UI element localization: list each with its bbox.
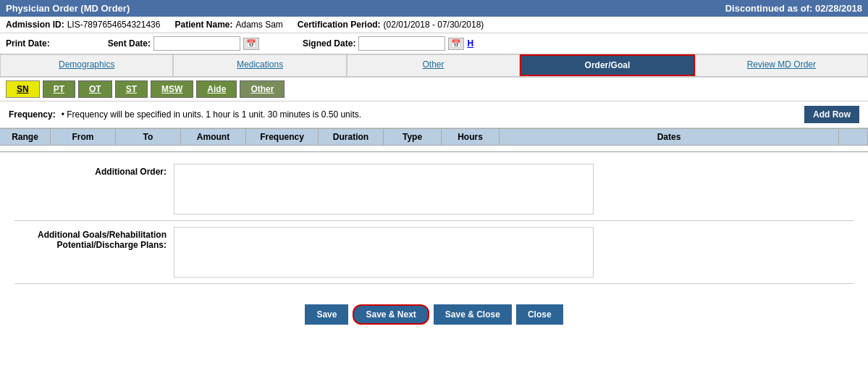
discontinued-status: Discontinued as of: 02/28/2018 — [725, 3, 862, 14]
additional-order-label: Additional Order: — [14, 164, 174, 177]
additional-order-row: Additional Order: — [14, 164, 854, 221]
info-row-1: Admission ID: LIS-7897654654321436 Patie… — [0, 17, 868, 33]
col-actions — [839, 129, 868, 145]
tab-medications[interactable]: Medications — [173, 54, 346, 76]
signed-date-field[interactable]: Signed Date: 📅 H — [303, 36, 473, 51]
separator — [0, 151, 868, 152]
sub-tab-sn[interactable]: SN — [6, 80, 40, 98]
cert-value: (02/01/2018 - 07/30/2018) — [384, 20, 484, 30]
sub-tab-msw[interactable]: MSW — [151, 80, 193, 98]
add-row-button[interactable]: Add Row — [804, 106, 859, 123]
col-hours: Hours — [442, 129, 500, 145]
print-date-label: Print Date: — [6, 38, 50, 49]
col-amount: Amount — [181, 129, 246, 145]
patient-value: Adams Sam — [236, 20, 283, 30]
admission-value: LIS-7897654654321436 — [67, 20, 161, 30]
sub-tab-ot[interactable]: OT — [78, 80, 112, 98]
frequency-note: Frequency will be specified in units. 1 … — [62, 109, 361, 120]
additional-goals-row: Additional Goals/Rehabilitation Potentia… — [14, 227, 854, 284]
h-link[interactable]: H — [467, 38, 473, 49]
footer-buttons: Save Save & Next Save & Close Close — [0, 296, 868, 333]
page-header: Physician Order (MD Order) Discontinued … — [0, 0, 868, 17]
sub-tabs-row: SN PT OT ST MSW Aide Other — [0, 78, 868, 101]
signed-date-input[interactable] — [358, 36, 445, 51]
tab-other[interactable]: Other — [347, 54, 520, 76]
col-frequency: Frequency — [246, 129, 319, 145]
tab-review-md-order[interactable]: Review MD Order — [695, 54, 868, 76]
admission-field: Admission ID: LIS-7897654654321436 — [6, 20, 160, 30]
save-next-button[interactable]: Save & Next — [353, 304, 429, 325]
sent-date-calendar-icon[interactable]: 📅 — [243, 38, 259, 50]
sub-tab-st[interactable]: ST — [115, 80, 148, 98]
additional-order-textarea[interactable] — [174, 164, 594, 215]
signed-date-label: Signed Date: — [303, 38, 355, 49]
col-duration: Duration — [319, 129, 384, 145]
table-header: Range From To Amount Frequency Duration … — [0, 128, 868, 146]
tab-order-goal[interactable]: Order/Goal — [520, 54, 694, 76]
frequency-row: Frequency: Frequency will be specified i… — [0, 101, 868, 128]
info-row-2: Print Date: Sent Date: 📅 Signed Date: 📅 … — [0, 33, 868, 54]
save-button[interactable]: Save — [305, 304, 348, 325]
signed-date-calendar-icon[interactable]: 📅 — [448, 38, 464, 50]
patient-label: Patient Name: — [174, 20, 232, 30]
print-date-field: Print Date: — [6, 38, 50, 49]
sub-tab-pt[interactable]: PT — [43, 80, 75, 98]
cert-label: Certification Period: — [298, 20, 381, 30]
col-type: Type — [384, 129, 442, 145]
sent-date-field[interactable]: Sent Date: 📅 — [108, 36, 259, 51]
frequency-label: Frequency: — [9, 109, 56, 120]
tabs-row: Demographics Medications Other Order/Goa… — [0, 54, 868, 78]
additional-goals-label: Additional Goals/Rehabilitation Potentia… — [14, 227, 174, 250]
tab-demographics[interactable]: Demographics — [0, 54, 173, 76]
col-to: To — [116, 129, 181, 145]
sub-tab-aide[interactable]: Aide — [196, 80, 237, 98]
sent-date-input[interactable] — [153, 36, 240, 51]
form-section: Additional Order: Additional Goals/Rehab… — [0, 158, 868, 296]
sent-date-label: Sent Date: — [108, 38, 151, 49]
col-dates: Dates — [500, 129, 839, 145]
save-close-button[interactable]: Save & Close — [434, 304, 512, 325]
col-from: From — [51, 129, 116, 145]
cert-field: Certification Period: (02/01/2018 - 07/3… — [298, 20, 484, 30]
sub-tab-other[interactable]: Other — [240, 80, 285, 98]
page-title: Physician Order (MD Order) — [6, 3, 130, 14]
admission-label: Admission ID: — [6, 20, 64, 30]
patient-field: Patient Name: Adams Sam — [174, 20, 282, 30]
additional-goals-textarea[interactable] — [174, 227, 594, 278]
close-button[interactable]: Close — [516, 304, 563, 325]
col-range: Range — [0, 129, 51, 145]
